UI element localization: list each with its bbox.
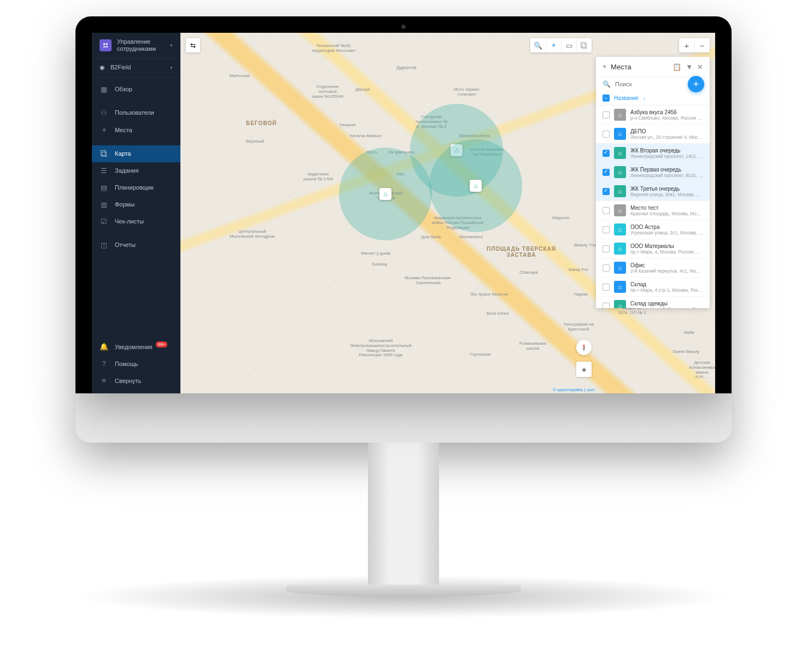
place-row[interactable]: ⌂Офис2-й Казачий переулок, 4с1, Москва, … bbox=[596, 258, 710, 278]
place-checkbox[interactable] bbox=[603, 303, 610, 309]
place-checkbox[interactable] bbox=[603, 150, 610, 157]
place-checkbox[interactable] bbox=[603, 226, 610, 233]
panel-search: 🔍 + bbox=[596, 77, 710, 91]
place-row[interactable]: ⌂ДЕПОЛесная ул., 20 строение 4, Москва, … bbox=[596, 125, 710, 144]
zoom-out-button[interactable]: − bbox=[694, 38, 710, 52]
nav-notifications[interactable]: 🔔 Уведомления 99+ bbox=[92, 338, 180, 355]
place-checkbox[interactable] bbox=[603, 264, 610, 272]
select-all-checkbox[interactable]: − bbox=[603, 95, 610, 102]
geofence-zone[interactable]: ⌂ bbox=[339, 148, 432, 240]
org-switcher[interactable]: ◉ B2Field ▾ bbox=[92, 58, 180, 76]
zoom-in-button[interactable]: + bbox=[679, 38, 694, 52]
place-checkbox[interactable] bbox=[603, 111, 610, 119]
place-type-icon: ⌂ bbox=[614, 223, 626, 235]
nav-tasks[interactable]: ☰Задания bbox=[92, 162, 180, 179]
nav-places[interactable]: ⌖Места bbox=[92, 121, 180, 139]
sidebar-toggle-button[interactable]: ⇆ bbox=[186, 38, 200, 52]
add-place-button[interactable]: + bbox=[688, 76, 704, 92]
map-style-tool[interactable]: ⿻ bbox=[576, 38, 592, 52]
place-row[interactable]: ⌂Складпр-т Мира, 4 стр 1, Москва, Россия… bbox=[596, 278, 710, 297]
place-type-icon: ⌂ bbox=[614, 109, 626, 121]
tasks-icon: ☰ bbox=[100, 167, 108, 175]
help-icon: ? bbox=[100, 359, 108, 368]
checklist-icon: ☑ bbox=[100, 217, 108, 226]
place-name: Офис bbox=[630, 262, 703, 268]
nav-checklists[interactable]: ☑Чек-листы bbox=[92, 213, 180, 230]
places-list: ⌂Азбука вкуса 2456р-н Свиблово, Москва, … bbox=[596, 105, 710, 308]
nav: ▦Обзор ⚇Пользователи ⌖Места ⿻Карта ☰Зада… bbox=[92, 78, 180, 338]
rectangle-tool[interactable]: ▭ bbox=[561, 38, 576, 52]
place-name: ООО Материалы bbox=[630, 243, 703, 249]
place-row[interactable]: ⌂Азбука вкуса 2456р-н Свиблово, Москва, … bbox=[596, 105, 710, 125]
place-type-icon: ⌂ bbox=[614, 166, 626, 178]
place-name: ЖК Первая очередь bbox=[630, 167, 703, 173]
app-switcher[interactable]: Управление сотрудниками ▾ bbox=[92, 33, 180, 58]
place-row[interactable]: ⌂Склад одеждыНикитская ул., 5, Владимир,… bbox=[596, 297, 710, 308]
place-type-icon: ⌂ bbox=[614, 185, 626, 197]
place-row[interactable]: ⌂ЖК Вторая очередьЛенинградский проспект… bbox=[596, 144, 710, 163]
sidebar-footer: 🔔 Уведомления 99+ ?Помощь ≡Свернуть bbox=[92, 338, 180, 393]
place-name: ООО Астра bbox=[630, 224, 703, 230]
clipboard-icon[interactable]: 📋 bbox=[672, 63, 681, 71]
places-icon: ⌖ bbox=[100, 126, 108, 134]
place-address: Лесная ул., 20 строение 4, Москва, Мос… bbox=[630, 134, 703, 140]
places-panel: ⌖ Места 📋 ▼ ✕ 🔍 + − Название ↓ bbox=[596, 57, 710, 308]
place-type-icon: ⌂ bbox=[614, 147, 626, 159]
place-address: пр-т Мира, 4 стр 1, Москва, Россия, 1290… bbox=[630, 287, 703, 293]
users-icon: ⚇ bbox=[100, 109, 108, 117]
search-tool[interactable]: 🔍 bbox=[530, 38, 546, 52]
place-address: Ленинградский проспект, 14с2, Москва,… bbox=[630, 154, 703, 159]
nav-reports[interactable]: ◫Отчеты bbox=[92, 237, 180, 254]
app-icon bbox=[100, 39, 112, 51]
app-title: Управление сотрудниками bbox=[117, 38, 165, 52]
place-address: Никитская ул., 5, Владимир, Владимирск… bbox=[630, 306, 703, 309]
close-icon[interactable]: ✕ bbox=[697, 63, 703, 71]
place-checkbox[interactable] bbox=[603, 245, 610, 252]
filter-icon[interactable]: ▼ bbox=[686, 63, 693, 71]
org-name: B2Field bbox=[110, 64, 165, 71]
map-view[interactable]: БЕГОВОЙПЛОЩАДЬ ТВЕРСКАЯЗАСТАВАМагнолияДе… bbox=[180, 33, 715, 393]
place-row[interactable]: ⌂ООО АстраУгрешская улица, 2с1, Москва, … bbox=[596, 220, 710, 239]
place-checkbox[interactable] bbox=[603, 131, 610, 138]
place-name: ЖК Вторая очередь bbox=[630, 148, 703, 154]
place-checkbox[interactable] bbox=[603, 207, 610, 214]
geofence-zone[interactable]: ⌂ bbox=[429, 139, 522, 232]
layers-button[interactable]: ◈ bbox=[576, 362, 592, 377]
nav-map[interactable]: ⿻Карта bbox=[92, 145, 180, 162]
user-circle-icon: ◉ bbox=[100, 64, 105, 71]
nav-collapse[interactable]: ≡Свернуть bbox=[92, 372, 180, 389]
place-address: р-н Свиблово, Москва, Россия (150 метр… bbox=[630, 115, 703, 121]
compass-button[interactable] bbox=[576, 340, 592, 355]
map-attribution: © openmaptiles | osm bbox=[553, 387, 595, 392]
nav-forms[interactable]: ▥Формы bbox=[92, 196, 180, 213]
zoom-toolbar: + − bbox=[679, 38, 710, 52]
place-checkbox[interactable] bbox=[603, 188, 610, 195]
nav-planner[interactable]: ▤Планировщик bbox=[92, 179, 180, 196]
place-checkbox[interactable] bbox=[603, 169, 610, 176]
svg-point-1 bbox=[106, 43, 108, 45]
place-name: ДЕПО bbox=[630, 128, 703, 134]
place-name: ЖК Третья очередь bbox=[630, 186, 703, 192]
place-checkbox[interactable] bbox=[603, 284, 610, 291]
nav-help[interactable]: ?Помощь bbox=[92, 355, 180, 372]
svg-point-0 bbox=[103, 43, 106, 45]
nav-users[interactable]: ⚇Пользователи bbox=[92, 104, 180, 121]
form-icon: ▥ bbox=[100, 201, 108, 209]
place-type-icon: ⌂ bbox=[614, 281, 626, 293]
place-row[interactable]: ⌂ООО Материалыпр-т Мира, 4, Москва, Росс… bbox=[596, 239, 710, 258]
panel-title: Места bbox=[611, 63, 668, 71]
place-name: Склад bbox=[630, 281, 703, 287]
chevron-down-icon: ▾ bbox=[170, 43, 173, 48]
place-pin-icon: ⌂ bbox=[470, 180, 482, 192]
place-row[interactable]: ⌂Место тестКрасная площадь, Москва, Моск… bbox=[596, 201, 710, 220]
place-row[interactable]: ⌂ЖК Первая очередьЛенинградский проспект… bbox=[596, 163, 710, 182]
place-type-icon: ⌂ bbox=[614, 262, 626, 274]
sort-label: Название bbox=[614, 95, 639, 101]
place-type-icon: ⌂ bbox=[614, 300, 626, 308]
places-tool[interactable]: ⌖ bbox=[546, 38, 561, 52]
place-row[interactable]: ⌂ЖК Третья очередьВерхняя улица, 20к1, М… bbox=[596, 182, 710, 201]
sort-row[interactable]: − Название ↓ bbox=[596, 91, 710, 105]
sort-arrow-icon: ↓ bbox=[643, 95, 646, 101]
nav-overview[interactable]: ▦Обзор bbox=[92, 81, 180, 98]
sidebar: Управление сотрудниками ▾ ◉ B2Field ▾ ▦О… bbox=[92, 33, 180, 393]
